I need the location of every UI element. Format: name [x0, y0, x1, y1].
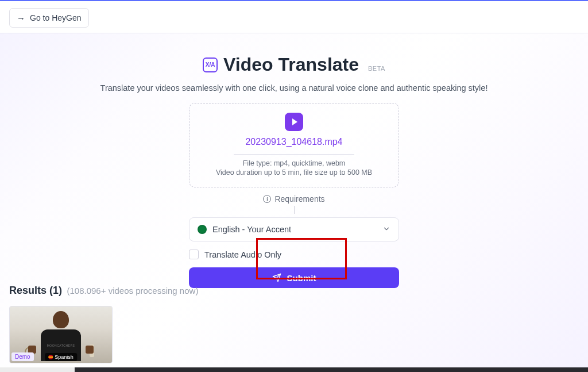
arrow-right-icon: → [17, 14, 25, 22]
main-content: X/A Video Translate BETA Translate your … [0, 54, 588, 288]
results-processing-count: (108.096+ videos processing now) [67, 286, 198, 296]
audio-only-checkbox[interactable] [189, 250, 199, 259]
language-badge: Spanish [45, 353, 77, 361]
upload-dropzone[interactable]: 20230913_104618.mp4 File type: mp4, quic… [189, 103, 399, 187]
divider [234, 154, 354, 155]
go-to-heygen-label: Go to HeyGen [30, 13, 82, 22]
demo-badge: Demo [11, 352, 34, 361]
submit-button[interactable]: Submit [189, 267, 399, 288]
results-section: Results (1) (108.096+ videos processing … [9, 285, 198, 363]
title-row: X/A Video Translate BETA [203, 54, 385, 75]
flag-spain-icon [48, 355, 53, 359]
thumbnail-hand-right [86, 346, 94, 354]
top-bar: → Go to HeyGen [0, 0, 588, 33]
vertical-divider [294, 206, 295, 214]
requirements-link[interactable]: i Requirements [263, 194, 324, 204]
play-icon [285, 113, 303, 131]
submit-label: Submit [287, 273, 316, 283]
audio-only-row: Translate Audio Only [189, 250, 399, 259]
translate-icon: X/A [203, 57, 218, 72]
uploaded-filename: 20230913_104618.mp4 [245, 137, 342, 147]
results-title: Results (1) [9, 285, 62, 296]
flag-icon [198, 225, 207, 234]
audio-only-label: Translate Audio Only [204, 250, 281, 259]
language-select[interactable]: English - Your Accent [189, 217, 399, 241]
beta-badge: BETA [368, 65, 385, 72]
result-thumbnail[interactable]: MOONCATCHERS Demo Spanish [9, 306, 113, 363]
go-to-heygen-button[interactable]: → Go to HeyGen [9, 8, 89, 28]
bottom-border [0, 367, 588, 372]
requirements-label: Requirements [274, 194, 324, 204]
page-subtitle: Translate your videos seamlessly with on… [100, 83, 488, 93]
page-title: Video Translate [223, 54, 359, 75]
filetype-hint: File type: mp4, quicktime, webm [243, 159, 346, 167]
info-icon: i [263, 195, 271, 203]
language-selected-label: English - Your Accent [212, 225, 382, 234]
chevron-down-icon [382, 225, 390, 235]
send-icon [272, 273, 281, 282]
limits-hint: Video duration up to 5 min, file size up… [216, 168, 372, 177]
